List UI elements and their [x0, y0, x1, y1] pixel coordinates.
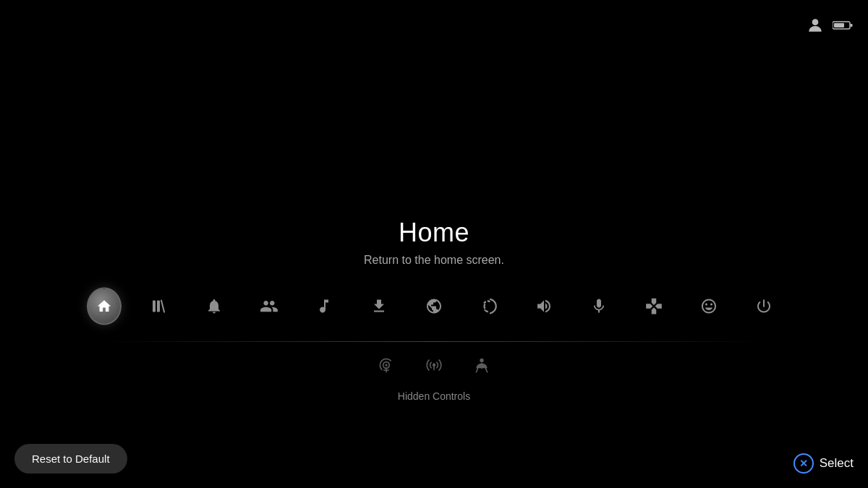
hidden-icons-row: [377, 356, 491, 379]
nav-icon-gamepad[interactable]: [637, 289, 671, 324]
reset-to-default-button[interactable]: Reset to Default: [14, 444, 127, 474]
nav-icon-friends[interactable]: [252, 289, 286, 324]
page-subtitle: Return to the home screen.: [364, 253, 504, 266]
page-title: Home: [399, 217, 469, 247]
nav-icon-row: [87, 289, 781, 324]
svg-rect-3: [834, 23, 844, 27]
svg-rect-5: [157, 301, 160, 312]
nav-icon-notifications[interactable]: [197, 289, 231, 324]
select-button[interactable]: ✕ Select: [793, 453, 854, 474]
nav-icon-remote-play[interactable]: [472, 289, 506, 324]
top-right-controls: [804, 14, 854, 36]
profile-icon[interactable]: [804, 14, 826, 36]
nav-icon-mic[interactable]: [582, 289, 616, 324]
hidden-icon-podcast[interactable]: [377, 356, 396, 379]
svg-rect-4: [153, 301, 156, 312]
nav-icon-music[interactable]: [307, 289, 341, 324]
hidden-controls-label: Hidden Controls: [398, 390, 470, 402]
nav-icon-volume[interactable]: [527, 289, 561, 324]
nav-icon-home[interactable]: [87, 289, 122, 324]
svg-point-8: [385, 364, 387, 366]
nav-icon-accessibility[interactable]: [692, 289, 726, 324]
x-button-icon: ✕: [793, 453, 814, 474]
nav-icon-power[interactable]: [746, 289, 781, 324]
main-content: Home Return to the home screen.: [364, 217, 504, 266]
nav-icon-library[interactable]: [142, 289, 176, 324]
hidden-icon-broadcast[interactable]: [425, 356, 443, 379]
svg-point-10: [480, 359, 483, 362]
nav-icon-internet[interactable]: [417, 289, 451, 324]
svg-rect-2: [851, 24, 853, 27]
hidden-controls-section: Hidden Controls: [377, 356, 491, 402]
hidden-icon-user[interactable]: [472, 356, 491, 379]
svg-point-0: [812, 19, 819, 25]
divider-line: [101, 341, 767, 342]
select-label: Select: [820, 456, 854, 471]
svg-point-6: [270, 302, 272, 304]
battery-icon: [832, 14, 854, 36]
nav-icon-download[interactable]: [362, 289, 396, 324]
